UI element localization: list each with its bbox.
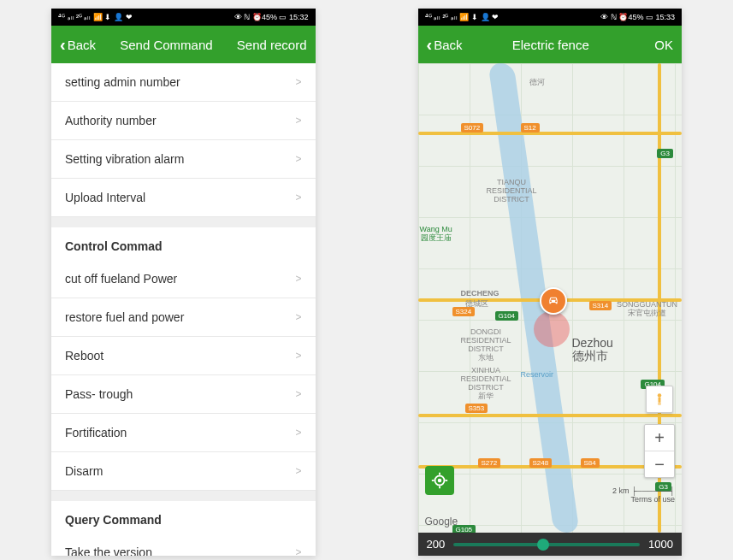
chevron-right-icon: >	[295, 427, 301, 439]
svg-rect-1	[659, 398, 661, 403]
chevron-right-icon: >	[295, 192, 301, 203]
map-label: Wang Mu 园度王庙	[420, 226, 452, 243]
road-label: S072	[461, 123, 484, 133]
zoom-in-button[interactable]: +	[645, 425, 674, 451]
list-item[interactable]: Authority number >	[51, 102, 316, 140]
status-left: ⁴ᴳ ₐₗₗ ²ᴳ ₐₗₗ 📶 ⬇ 👤 ❤	[425, 13, 500, 21]
item-label: Pass- trough	[65, 387, 133, 401]
command-list: setting admin number > Authority number …	[51, 63, 316, 556]
locate-button[interactable]	[425, 466, 454, 495]
road-label: S314	[589, 301, 612, 310]
item-label: Upload Interval	[65, 191, 145, 204]
slider-min-label: 200	[427, 538, 446, 551]
pegman-icon[interactable]	[646, 386, 673, 413]
item-label: Setting vibration alarm	[65, 152, 184, 166]
list-item[interactable]: restore fuel and power >	[51, 298, 316, 337]
section-header-control: Control Commad	[51, 227, 316, 260]
chevron-right-icon: >	[295, 465, 301, 477]
road-label: S272	[478, 458, 501, 468]
list-item[interactable]: cut off fueland Power >	[51, 260, 316, 298]
item-label: Authority number	[65, 114, 157, 127]
slider-max-label: 1000	[648, 538, 673, 551]
scale-text: 2 km	[612, 486, 630, 495]
svg-point-5	[438, 480, 440, 482]
section-divider	[51, 217, 316, 227]
item-label: cut off fueland Power	[65, 272, 177, 286]
status-right: 👁 ℕ ⏰45% ▭ 15:33	[600, 13, 675, 21]
chevron-right-icon: >	[295, 388, 301, 400]
status-left: ⁴ᴳ ₐₗₗ ²ᴳ ₐₗₗ 📶 ⬇ 👤 ❤	[58, 13, 133, 21]
city-name-cn: 德州市	[572, 349, 608, 363]
list-item[interactable]: Pass- trough >	[51, 375, 316, 414]
section-divider	[51, 491, 316, 501]
back-label: Back	[68, 38, 96, 52]
slider-track[interactable]	[453, 543, 640, 546]
item-label: Fortification	[65, 426, 127, 439]
chevron-right-icon: >	[295, 115, 301, 127]
section-header-query: Query Command	[51, 501, 316, 533]
map-label: DONGDI RESIDENTIAL DISTRICT 东地	[461, 328, 511, 363]
city-label: Dezhou 德州市	[572, 337, 613, 363]
map-label: 德城区	[465, 300, 488, 309]
chevron-left-icon: ‹	[60, 36, 66, 53]
chevron-left-icon: ‹	[427, 36, 433, 53]
chevron-right-icon: >	[295, 76, 301, 88]
chevron-right-icon: >	[295, 350, 301, 362]
page-title: Electric fence	[463, 38, 639, 52]
road	[418, 132, 683, 135]
map-label: TIANQU RESIDENTIAL DISTRICT	[487, 179, 537, 204]
road-label: S248	[529, 458, 553, 468]
item-label: setting admin number	[65, 75, 180, 89]
road-label: G104	[495, 311, 519, 321]
map-label: SONGGUANTUN 宋官屯街道	[617, 301, 677, 318]
road-label: S12	[521, 123, 540, 133]
item-label: Disarm	[65, 464, 103, 478]
map-label: XINHUA RESIDENTIAL DISTRICT 新华	[461, 367, 511, 401]
radius-slider: 200 1000	[418, 533, 683, 556]
terms-link[interactable]: Terms of use	[630, 495, 675, 504]
list-item[interactable]: Reboot >	[51, 337, 316, 375]
list-item[interactable]: Disarm >	[51, 452, 316, 491]
zoom-out-button[interactable]: −	[645, 451, 674, 477]
chevron-right-icon: >	[295, 546, 301, 556]
list-item[interactable]: Take the version >	[51, 533, 316, 556]
svg-rect-3	[659, 403, 660, 405]
ok-button[interactable]: OK	[639, 38, 673, 52]
zoom-controls: + −	[644, 424, 675, 478]
vehicle-marker-icon[interactable]	[540, 287, 567, 315]
header: ‹ Back Send Command Send record	[51, 26, 316, 63]
map-scale: 2 km ├──────┤ Terms of use	[612, 486, 675, 504]
road-label: S353	[465, 404, 488, 413]
status-bar: ⁴ᴳ ₐₗₗ ²ᴳ ₐₗₗ 📶 ⬇ 👤 ❤ 👁 ℕ ⏰45% ▭ 15:33	[418, 9, 683, 26]
city-name-en: Dezhou	[572, 336, 613, 350]
road-label: S84	[581, 458, 600, 468]
list-item[interactable]: Fortification >	[51, 414, 316, 452]
back-button[interactable]: ‹ Back	[427, 36, 463, 53]
item-label: Take the version	[65, 545, 152, 556]
google-logo: Google	[425, 516, 458, 528]
item-label: restore fuel and power	[65, 310, 184, 324]
send-record-button[interactable]: Send record	[237, 38, 307, 52]
header: ‹ Back Electric fence OK	[418, 26, 683, 63]
list-item[interactable]: setting admin number >	[51, 63, 316, 102]
map-label: DECHENG	[461, 290, 500, 298]
road-label: G3	[657, 149, 673, 158]
list-item[interactable]: Upload Interval >	[51, 179, 316, 217]
map-label: Reservoir	[521, 371, 554, 380]
geofence-radius-circle	[534, 311, 570, 347]
map-view[interactable]: S072 S12 G3 S324 G104 S314 G104 S353 S27…	[418, 63, 683, 533]
phone-send-command: ⁴ᴳ ₐₗₗ ²ᴳ ₐₗₗ 📶 ⬇ 👤 ❤ 👁 ℕ ⏰45% ▭ 15:32 ‹…	[51, 9, 316, 556]
slider-thumb[interactable]	[537, 539, 549, 551]
chevron-right-icon: >	[295, 311, 301, 323]
status-right: 👁 ℕ ⏰45% ▭ 15:32	[234, 13, 309, 21]
list-item[interactable]: Setting vibration alarm >	[51, 140, 316, 179]
road	[418, 414, 683, 417]
chevron-right-icon: >	[295, 153, 301, 165]
back-button[interactable]: ‹ Back	[60, 36, 96, 53]
svg-rect-2	[659, 403, 659, 405]
page-title: Send Command	[96, 38, 237, 52]
phone-electric-fence: ⁴ᴳ ₐₗₗ ²ᴳ ₐₗₗ 📶 ⬇ 👤 ❤ 👁 ℕ ⏰45% ▭ 15:33 ‹…	[418, 9, 683, 556]
item-label: Reboot	[65, 349, 103, 363]
map-label: 德河	[529, 79, 545, 87]
chevron-right-icon: >	[295, 273, 301, 285]
